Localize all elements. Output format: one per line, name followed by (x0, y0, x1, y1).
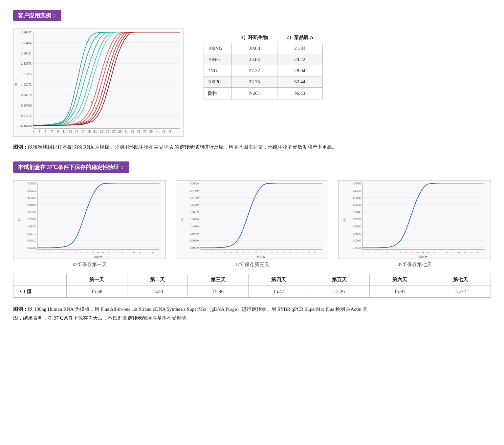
svg-text:13: 13 (69, 130, 72, 133)
comparison-row-label: 10NG (204, 54, 232, 65)
svg-text:29: 29 (119, 130, 122, 133)
svg-text:循环数: 循环数 (256, 255, 265, 259)
svg-text:-0.89390: -0.89390 (189, 246, 198, 249)
comparison-table-wrapper: 1）环凯生物 2）某品牌 A 100NG20.6821.0310NG23.842… (204, 32, 323, 99)
main-pcr-chart: 3.80937 3.33484 2.86031 2.38578 1.91125 … (13, 29, 184, 137)
svg-text:35: 35 (464, 251, 466, 254)
svg-text:15: 15 (242, 251, 244, 254)
comparison-row-label: 100NG (204, 43, 232, 54)
svg-text:0.48766: 0.48766 (21, 104, 32, 107)
svg-text:6.26829: 6.26829 (190, 182, 199, 185)
svg-text:-0.78434: -0.78434 (352, 246, 361, 249)
comparison-row-col1: 32.75 (232, 76, 277, 88)
svg-text:0.96219: 0.96219 (21, 93, 32, 97)
svg-text:3.08509: 3.08509 (190, 211, 199, 214)
svg-text:7: 7 (381, 251, 382, 254)
chart-day7: 6.28035 5.49539 4.71042 3.92546 3.14049 … (338, 180, 491, 259)
stability-header-6: 第六天 (369, 274, 430, 286)
col-header-2: 2）某品牌 A (277, 32, 322, 43)
svg-text:2.28930: 2.28930 (190, 218, 199, 221)
svg-text:17: 17 (411, 251, 413, 254)
svg-text:1.49350: 1.49350 (190, 225, 199, 228)
comparison-table: 1）环凯生物 2）某品牌 A 100NG20.6821.0310NG23.842… (204, 32, 323, 99)
svg-text:35: 35 (139, 251, 141, 254)
svg-text:5: 5 (212, 251, 213, 254)
svg-text:25: 25 (106, 130, 109, 133)
stability-row-val-6: 15.72 (430, 286, 491, 298)
svg-text:25: 25 (433, 251, 435, 254)
stability-row-val-3: 15.47 (248, 286, 309, 298)
svg-text:23: 23 (102, 251, 104, 254)
svg-rect-49 (18, 180, 161, 259)
comparison-row: 100NG20.6821.03 (204, 43, 323, 54)
comparison-row: 阴性NoCtNoCt (204, 88, 323, 99)
comparison-row-col1: 20.68 (232, 43, 277, 54)
svg-text:23: 23 (100, 130, 103, 133)
svg-text:43: 43 (162, 130, 165, 133)
comparison-row-label: 阴性 (204, 88, 232, 99)
svg-text:1.43672: 1.43672 (21, 83, 32, 86)
svg-text:2.38578: 2.38578 (21, 62, 32, 65)
chart-day1-label: 37℃保存第一天 (73, 262, 107, 268)
svg-text:3: 3 (206, 251, 207, 254)
stability-header-4: 第四天 (248, 274, 309, 286)
stability-row-val-4: 15.36 (309, 286, 370, 298)
col-header-0 (204, 32, 232, 43)
comparison-row-col2: 28.04 (277, 65, 322, 76)
svg-text:21: 21 (259, 251, 262, 254)
stability-row-label: Ct 值 (13, 286, 67, 298)
svg-text:3.92546: 3.92546 (353, 203, 361, 206)
svg-text:17: 17 (86, 251, 88, 254)
stability-row: Ct 值15.6815.3815.9615.4715.3615.9115.72 (13, 286, 491, 298)
svg-text:1: 1 (91, 100, 92, 104)
svg-text:7: 7 (218, 251, 219, 254)
caption1-text: 以猕猴桃组织样本提取的 RNA 为模板，分别用环凯生物和某品牌 A 的逆转录试剂… (28, 144, 337, 150)
svg-text:9: 9 (57, 130, 59, 133)
svg-text:33: 33 (295, 251, 297, 254)
svg-text:35: 35 (301, 251, 304, 254)
svg-text:3: 3 (368, 251, 369, 254)
svg-text:45: 45 (168, 130, 171, 133)
svg-text:3.88089: 3.88089 (28, 203, 36, 206)
svg-text:29: 29 (445, 251, 448, 254)
svg-text:17: 17 (81, 130, 84, 133)
svg-text:11: 11 (392, 251, 395, 254)
svg-text:-0.46140: -0.46140 (20, 124, 32, 128)
top-section: 3.80937 3.33484 2.86031 2.38578 1.91125 … (13, 29, 491, 137)
svg-text:7: 7 (55, 251, 57, 254)
stability-header-1: 第一天 (67, 274, 127, 286)
svg-text:-0.09810: -0.09810 (27, 239, 36, 242)
comparison-row: 10NG23.8424.22 (204, 54, 323, 65)
stability-row-val-5: 15.91 (369, 286, 430, 298)
comparison-row-col1: 23.84 (232, 54, 277, 65)
svg-text:5.47249: 5.47249 (190, 189, 199, 192)
svg-text:循环数: 循环数 (94, 255, 103, 259)
svg-text:13: 13 (73, 251, 76, 254)
svg-text:Rn: Rn (14, 82, 18, 86)
svg-text:-0.89390: -0.89390 (27, 246, 36, 249)
svg-text:0.01313: 0.01313 (21, 114, 32, 117)
svg-text:3: 3 (39, 130, 40, 133)
section2: 本试剂盒在 37℃条件下保存的稳定性验证： (13, 161, 491, 180)
comparison-row-col2: 32.44 (277, 76, 322, 88)
svg-text:5: 5 (45, 130, 46, 133)
comparison-row-col1: 27.27 (232, 65, 277, 76)
svg-text:4.67669: 4.67669 (190, 197, 199, 200)
svg-text:19: 19 (92, 251, 94, 254)
chart-day7-label: 37℃保存第七天 (398, 262, 432, 268)
stability-header-0 (13, 274, 67, 286)
three-charts-row: 6.26829 5.47249 4.67669 3.88089 3.08509 … (13, 180, 491, 268)
svg-text:5: 5 (49, 251, 51, 254)
svg-text:3.88089: 3.88089 (190, 203, 199, 206)
svg-text:1: 1 (33, 130, 34, 133)
section2-header: 本试剂盒在 37℃条件下保存的稳定性验证： (13, 161, 129, 173)
svg-text:9: 9 (224, 251, 225, 254)
svg-text:2.28930: 2.28930 (28, 218, 36, 221)
chart-day7-wrapper: 6.28035 5.49539 4.71042 3.92546 3.14049 … (338, 180, 491, 268)
stability-header-2: 第二天 (127, 274, 188, 286)
svg-text:25: 25 (271, 251, 273, 254)
svg-text:5.47249: 5.47249 (28, 189, 36, 192)
svg-text:7: 7 (51, 130, 53, 133)
svg-text:21: 21 (97, 251, 99, 254)
svg-text:11: 11 (230, 251, 232, 254)
